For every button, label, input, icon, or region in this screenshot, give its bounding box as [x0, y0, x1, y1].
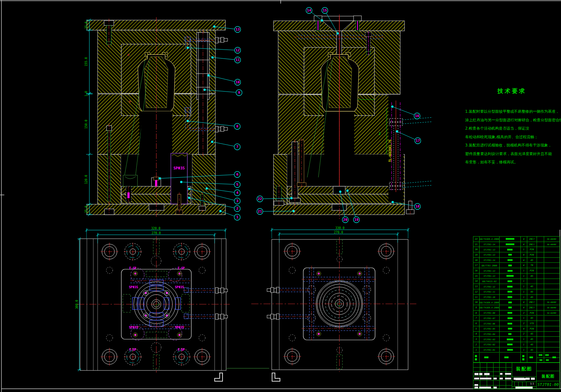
- part-name-block: [508, 302, 512, 303]
- table-header-mark: [539, 354, 542, 356]
- title-block-text-mark: [505, 373, 511, 375]
- part-remark: [544, 295, 560, 300]
- unit-weight-cell: [537, 263, 544, 268]
- part-mat: [527, 279, 537, 284]
- part-qty: 4: [520, 258, 527, 263]
- dim-label: 300.0: [75, 300, 79, 309]
- table-header-mark: [484, 356, 488, 358]
- unit-weight-cell: [537, 237, 544, 242]
- part-mat: 45: [527, 337, 537, 342]
- parts-table-row: 9GB/T4169.4-2006420Cr56-60HRC: [473, 305, 560, 311]
- unit-weight-cell: [537, 347, 544, 353]
- unit-weight-cell: [537, 305, 544, 310]
- title-block-grid: [526, 382, 527, 386]
- part-no: 15: [473, 274, 479, 279]
- part-no: 2: [473, 342, 479, 347]
- unit-weight-cell: [537, 284, 544, 289]
- part-code: STJT01-05: [479, 326, 500, 331]
- table-header-mark: [546, 359, 549, 361]
- balloon-number: 5: [236, 182, 238, 186]
- sp-label: SPΦ35: [175, 285, 184, 289]
- part-qty: 4: [520, 237, 527, 242]
- part-name-block: [507, 286, 513, 288]
- tech-requirements-title: 技术要求: [487, 88, 537, 95]
- title-block-divider: [536, 363, 537, 389]
- part-name-block: [507, 339, 513, 340]
- title-block-grid: [473, 376, 512, 376]
- title-block-text-mark: [484, 373, 490, 375]
- part-code: GB/T4521-82: [479, 279, 500, 284]
- balloon-number: 14: [307, 8, 311, 12]
- part-remark: [544, 258, 560, 263]
- part-remark: [544, 332, 560, 337]
- tech-requirement-line: 涂上红丹油与另一分型面进行对擦研合，检查分型面密合情况；: [465, 116, 560, 125]
- water-fitting-front-lower: [215, 126, 228, 132]
- parts-table-row: 12STJT01-11145: [473, 289, 560, 295]
- part-no: 19: [473, 252, 479, 257]
- egp-label: E-GP: [129, 348, 136, 351]
- part-name-cell: [499, 237, 520, 242]
- tech-requirement-line: 有松动和咬死现象,模具的开、合过程流畅；: [465, 133, 560, 141]
- part-name-block: [508, 265, 512, 266]
- part-no: 4: [473, 332, 479, 337]
- balloon-11: 11: [211, 56, 241, 63]
- sp-label: SPΦ35: [175, 326, 184, 329]
- drawing-scale: 1:1: [530, 382, 536, 385]
- part-name-cell: [499, 279, 520, 284]
- title-block-text-mark: [494, 378, 497, 379]
- part-name-cell: [499, 347, 520, 353]
- balloon-number: 12: [235, 48, 239, 52]
- balloon-number: 10: [235, 80, 240, 84]
- part-remark: [544, 347, 560, 353]
- tech-requirement-line: 2.检查各个活动机构是否适当，保证没: [465, 124, 560, 133]
- title-block: 装配图 装配图 STJT01-00 1:1: [473, 363, 560, 389]
- balloon-number: 20: [343, 218, 347, 221]
- part-qty: 4: [520, 305, 527, 310]
- balloon-number: 18: [415, 204, 420, 208]
- part-mat: 45: [527, 289, 537, 294]
- part-name-block: [508, 296, 512, 298]
- part-name-cell: [499, 258, 520, 263]
- part-remark: 56-60HRC: [544, 305, 560, 310]
- unit-weight-cell: [537, 342, 544, 347]
- parts-table-row: 2STJT01-02145: [473, 342, 560, 347]
- part-mat: 20Cr: [527, 237, 537, 242]
- part-name-cell: [499, 337, 520, 342]
- part-name-cell: [499, 332, 520, 337]
- part-name-block: [508, 259, 513, 261]
- part-no: 21: [473, 242, 479, 247]
- part-remark: [544, 289, 560, 294]
- part-code: GB/T4169.4-2006: [479, 300, 500, 305]
- part-mat: STD: [527, 321, 537, 326]
- part-mat: T8: [527, 263, 537, 268]
- table-header-mark: [552, 356, 556, 358]
- title-block-grid: [473, 380, 512, 381]
- title-block-grid: [518, 382, 519, 386]
- part-code: STJT01-02: [479, 342, 500, 347]
- part-remark: [544, 316, 560, 321]
- part-remark: [544, 284, 560, 289]
- section-mark: 2: [379, 132, 380, 136]
- unit-weight-cell: [537, 332, 544, 337]
- part-qty: 1: [520, 289, 527, 294]
- title-block-text-mark: [474, 384, 478, 386]
- dim-label: 330.0: [335, 226, 345, 230]
- title-block-text-mark: [515, 387, 533, 389]
- unit-weight-cell: [537, 268, 544, 273]
- unit-weight-cell: [537, 311, 544, 316]
- technical-requirements: 技术要求 1.装配时要以分型面较平整或不易整修的一侧作为基准，涂上红丹油与另一分…: [465, 88, 560, 167]
- part-mat: P20: [527, 311, 537, 316]
- parts-table-row: 19STJT01-134P20: [473, 252, 560, 258]
- part-name-block: [506, 275, 514, 277]
- part-name-block: [507, 249, 513, 251]
- part-name-cell: [499, 252, 520, 257]
- part-code: STJT01-10: [479, 295, 500, 300]
- part-qty: 4: [520, 326, 527, 331]
- part-name-block: [507, 344, 513, 345]
- spring-label: TL-40X20X1.75: [389, 140, 392, 162]
- part-remark: 56-60HRC: [544, 300, 560, 305]
- parts-list-table: 22GB/T4169.4-2006420Cr56-60HRC21STJT01-1…: [473, 236, 560, 363]
- support-pillar-label: SPΦ35: [173, 166, 185, 170]
- table-header-mark: [529, 356, 533, 358]
- part-no: 9: [473, 305, 479, 310]
